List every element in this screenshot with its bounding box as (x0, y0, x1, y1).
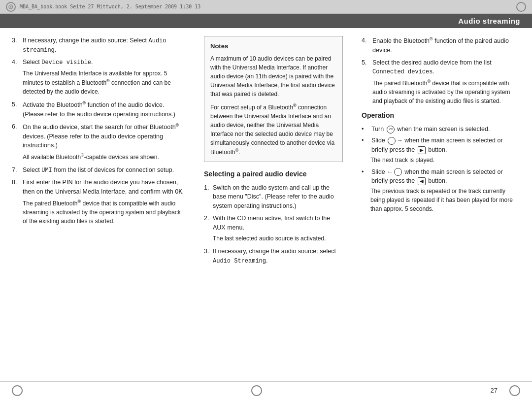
item-text: If necessary, change the audio source: S… (23, 36, 185, 55)
prev-button-icon: ◀ (418, 177, 426, 185)
item-num: 8. (12, 178, 23, 197)
top-right-circle (516, 2, 526, 12)
section-title: Selecting a paired audio device (204, 169, 343, 179)
page: MBA_BA_book.book Seite 27 Mittwoch, 2. S… (0, 0, 532, 399)
item-text: If necessary, change the audio source: s… (213, 247, 343, 266)
bullet-item: • Slide → when the main screen is select… (362, 136, 520, 155)
item-num: 2. (204, 214, 213, 233)
list-item: 8. First enter the PIN for the audio dev… (12, 178, 185, 197)
right-column: 4. Enable the Bluetooth® function of the… (350, 36, 532, 373)
item-num: 5. (12, 100, 23, 119)
notes-title: Notes (210, 41, 336, 51)
svg-point-1 (10, 6, 12, 7)
bullet-mark: • (362, 125, 369, 134)
item-text: With the CD menu active, first switch to… (213, 214, 343, 233)
list-item: 2. With the CD menu active, first switch… (204, 214, 343, 233)
page-header: Audio streaming (0, 14, 532, 28)
bullet-item: • Turn when the main screen is selected. (362, 125, 520, 134)
list-item: 4. Select Device visible. (12, 58, 185, 67)
code-text: UMI (41, 167, 52, 174)
operation-title: Operation (362, 110, 520, 121)
page-number: 27 (491, 387, 498, 394)
code-text: Connected devices (372, 68, 432, 75)
bullet-text: Slide ← when the main screen is selected… (371, 167, 520, 186)
item-num: 3. (12, 36, 23, 55)
bullet-text: Slide → when the main screen is selected… (371, 136, 520, 155)
list-item: 7. Select UMI from the list of devices f… (12, 166, 185, 175)
slide-left-icon (394, 168, 402, 176)
item-text: On the audio device, start the search fo… (23, 122, 185, 150)
item-num: 5. (362, 58, 372, 77)
sub-note: The paired Bluetooth® device that is com… (23, 199, 185, 226)
top-left-circle (6, 2, 16, 12)
left-column: 3. If necessary, change the audio source… (0, 36, 197, 373)
sub-note: The Universal Media Interface is availab… (23, 69, 185, 96)
sub-note: All available Bluetooth®-capable devices… (23, 152, 185, 162)
file-info: MBA_BA_book.book Seite 27 Mittwoch, 2. S… (20, 4, 200, 9)
item-text: Switch on the audio system and call up t… (213, 183, 343, 211)
bullet-sub-note: The previous track is repeated or the tr… (370, 187, 520, 213)
item-text: Activate the Bluetooth® function of the … (23, 100, 185, 119)
bullet-sub-note: The next track is played. (370, 156, 520, 165)
item-num: 4. (12, 58, 23, 67)
sub-note: The last selected audio source is activa… (213, 234, 343, 243)
bottom-right-circle (509, 385, 520, 396)
code-text: Audio streaming (23, 37, 166, 54)
bottom-center-circle (251, 385, 262, 396)
list-item: 3. If necessary, change the audio source… (12, 36, 185, 55)
list-item: 3. If necessary, change the audio source… (204, 247, 343, 266)
code-text: Device visible (41, 59, 91, 66)
middle-column: Notes A maximum of 10 audio devices can … (197, 36, 350, 373)
bottom-center (23, 385, 491, 396)
knob-icon (387, 126, 395, 133)
list-item: 6. On the audio device, start the search… (12, 122, 185, 150)
code-text: Audio Streaming (213, 258, 266, 265)
item-text: Select UMI from the list of devices for … (23, 166, 174, 175)
item-num: 3. (204, 247, 213, 266)
bottom-left-circle (12, 385, 23, 396)
notes-box: Notes A maximum of 10 audio devices can … (204, 36, 343, 162)
bullet-mark: • (362, 136, 369, 145)
code-text: OK (175, 189, 182, 196)
content-area: 3. If necessary, change the audio source… (0, 28, 532, 381)
item-num: 4. (362, 36, 372, 55)
notes-para-1: A maximum of 10 audio devices can be pai… (210, 54, 336, 99)
notes-para-2: For correct setup of a Bluetooth® connec… (210, 102, 336, 157)
slide-right-icon (388, 137, 396, 145)
item-num: 1. (204, 183, 213, 211)
sub-note: The paired Bluetooth® device that is com… (372, 78, 520, 105)
bottom-bar: 27 (0, 381, 532, 399)
list-item: 5. Select the desired audio device from … (362, 58, 520, 77)
item-text: Select Device visible. (23, 58, 93, 67)
next-button-icon: ▶ (418, 146, 426, 154)
item-text: Select the desired audio device from the… (372, 58, 520, 77)
item-num: 6. (12, 122, 23, 150)
item-text: First enter the PIN for the audio device… (23, 178, 185, 197)
item-num: 7. (12, 166, 23, 175)
bullet-mark: • (362, 167, 369, 177)
item-text: Enable the Bluetooth® function of the pa… (372, 36, 520, 55)
top-bar: MBA_BA_book.book Seite 27 Mittwoch, 2. S… (0, 0, 532, 14)
list-item: 4. Enable the Bluetooth® function of the… (362, 36, 520, 55)
list-item: 5. Activate the Bluetooth® function of t… (12, 100, 185, 119)
bullet-text: Turn when the main screen is selected. (371, 125, 490, 134)
bullet-item: • Slide ← when the main screen is select… (362, 167, 520, 186)
page-title: Audio streaming (458, 17, 520, 25)
list-item: 1. Switch on the audio system and call u… (204, 183, 343, 211)
